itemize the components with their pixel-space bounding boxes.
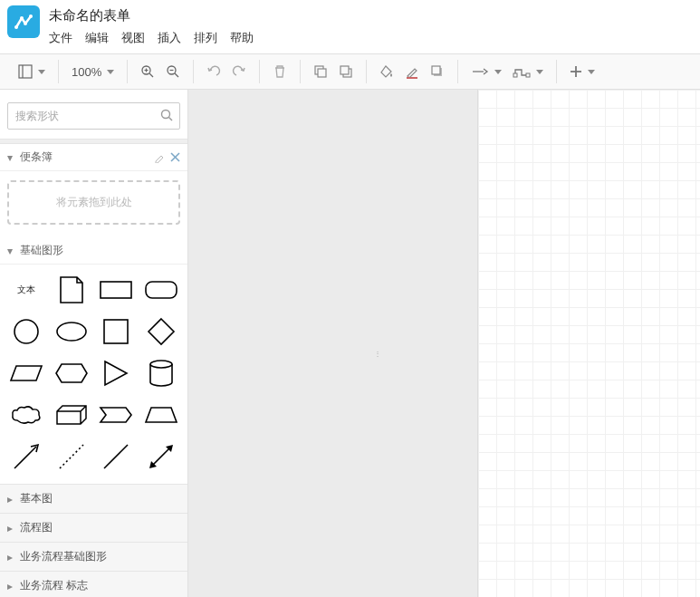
svg-point-0: [14, 25, 18, 29]
insert-button[interactable]: [564, 59, 600, 84]
shape-dashed-line[interactable]: [51, 438, 92, 475]
undo-icon: [206, 64, 221, 79]
svg-rect-29: [101, 282, 131, 298]
category-bpmn-basic[interactable]: ▸业务流程基础图形: [0, 542, 187, 571]
menu-edit[interactable]: 编辑: [85, 30, 109, 46]
undo-button[interactable]: [201, 59, 226, 84]
category-basic[interactable]: ▸基本图: [0, 484, 187, 513]
zoom-out-button[interactable]: [160, 59, 186, 84]
zoom-in-button[interactable]: [135, 59, 160, 84]
shape-rectangle[interactable]: [96, 272, 138, 308]
menu-file[interactable]: 文件: [49, 30, 72, 46]
caret-icon: [536, 70, 543, 74]
to-back-button[interactable]: [333, 59, 359, 84]
view-mode-button[interactable]: [13, 59, 51, 84]
svg-rect-33: [104, 320, 128, 343]
line-color-button[interactable]: [399, 59, 425, 84]
search-icon[interactable]: [160, 109, 173, 121]
scratchpad-header[interactable]: ▾ 便条簿: [0, 144, 187, 171]
shape-rounded-rect[interactable]: [140, 272, 182, 308]
svg-point-25: [162, 111, 170, 119]
app-header: 未命名的表单 文件 编辑 视图 插入 排列 帮助: [0, 0, 700, 53]
menu-help[interactable]: 帮助: [230, 30, 254, 46]
expand-icon: ▸: [7, 493, 16, 506]
to-front-icon: [313, 64, 328, 79]
document-title[interactable]: 未命名的表单: [49, 5, 254, 26]
svg-rect-22: [526, 73, 530, 77]
svg-rect-21: [513, 73, 517, 77]
svg-line-7: [149, 73, 153, 77]
basic-shapes-title: 基础图形: [20, 243, 63, 258]
caret-icon: [494, 70, 502, 74]
svg-rect-30: [146, 282, 177, 298]
collapse-icon: ▾: [7, 151, 16, 164]
menu-arrange[interactable]: 排列: [194, 30, 217, 46]
svg-line-36: [60, 445, 83, 468]
zoom-level-button[interactable]: 100%: [66, 59, 120, 84]
svg-point-34: [150, 361, 172, 368]
category-bpmn-symbols[interactable]: ▸业务流程 标志: [0, 571, 187, 597]
search-input[interactable]: [7, 102, 180, 130]
menu-insert[interactable]: 插入: [158, 30, 181, 46]
sidebar-resize-handle[interactable]: ⋮: [374, 345, 379, 363]
scratchpad-dropzone[interactable]: 将元素拖到此处: [7, 180, 180, 225]
svg-line-26: [169, 118, 173, 121]
plus-icon: [570, 65, 582, 78]
shape-arrow-line[interactable]: [5, 438, 47, 475]
waypoint-icon: [513, 64, 531, 79]
redo-button[interactable]: [226, 59, 252, 84]
shape-ellipse[interactable]: [51, 313, 92, 350]
basic-shapes-header[interactable]: ▾ 基础图形: [0, 237, 187, 265]
logo-icon: [13, 11, 34, 33]
shape-step[interactable]: [96, 397, 138, 433]
fill-icon: [379, 64, 394, 79]
shape-square[interactable]: [96, 313, 138, 350]
shape-line[interactable]: [96, 438, 138, 475]
shape-bidirectional-arrow[interactable]: [140, 438, 182, 475]
to-front-button[interactable]: [308, 59, 333, 84]
close-icon[interactable]: [170, 152, 180, 162]
waypoint-style-button[interactable]: [507, 59, 549, 84]
caret-icon: [107, 70, 114, 74]
zoom-label: 100%: [72, 65, 101, 79]
svg-line-37: [104, 445, 128, 468]
svg-point-31: [14, 320, 38, 343]
app-logo: [7, 5, 40, 38]
shape-cylinder[interactable]: [140, 355, 182, 391]
shape-circle[interactable]: [5, 313, 47, 350]
drawing-canvas[interactable]: [478, 90, 700, 597]
toolbar: 100%: [0, 53, 700, 90]
delete-button[interactable]: [267, 59, 292, 84]
sidebar: ▾ 便条簿 将元素拖到此处 ▾ 基础图形 文本: [0, 90, 188, 597]
shape-cube[interactable]: [51, 397, 92, 433]
shape-cloud[interactable]: [5, 397, 47, 433]
shadow-button[interactable]: [425, 59, 450, 84]
shape-palette: 文本: [5, 272, 182, 475]
shape-parallelogram[interactable]: [5, 355, 47, 391]
shape-note[interactable]: [51, 272, 92, 308]
trash-icon: [273, 64, 287, 79]
canvas-offpage[interactable]: [188, 90, 478, 597]
connection-style-button[interactable]: [465, 59, 507, 84]
shape-triangle[interactable]: [96, 355, 138, 391]
category-flowchart[interactable]: ▸流程图: [0, 513, 187, 542]
pencil-icon: [405, 64, 419, 79]
shape-text[interactable]: 文本: [5, 272, 47, 308]
shape-diamond[interactable]: [140, 313, 182, 350]
layout-icon: [18, 64, 33, 79]
menu-view[interactable]: 视图: [121, 30, 145, 46]
svg-rect-14: [318, 69, 326, 77]
scratchpad-title: 便条簿: [20, 149, 53, 165]
svg-point-32: [57, 323, 86, 341]
edit-icon[interactable]: [154, 152, 165, 163]
svg-point-2: [24, 22, 27, 25]
expand-icon: ▸: [7, 522, 16, 534]
expand-icon: ▸: [7, 551, 16, 563]
shadow-icon: [430, 64, 445, 79]
zoom-in-icon: [140, 64, 155, 79]
shape-hexagon[interactable]: [51, 355, 92, 391]
caret-icon: [588, 70, 595, 74]
fill-color-button[interactable]: [374, 59, 399, 84]
shape-trapezoid[interactable]: [140, 397, 182, 433]
svg-rect-16: [340, 66, 349, 74]
